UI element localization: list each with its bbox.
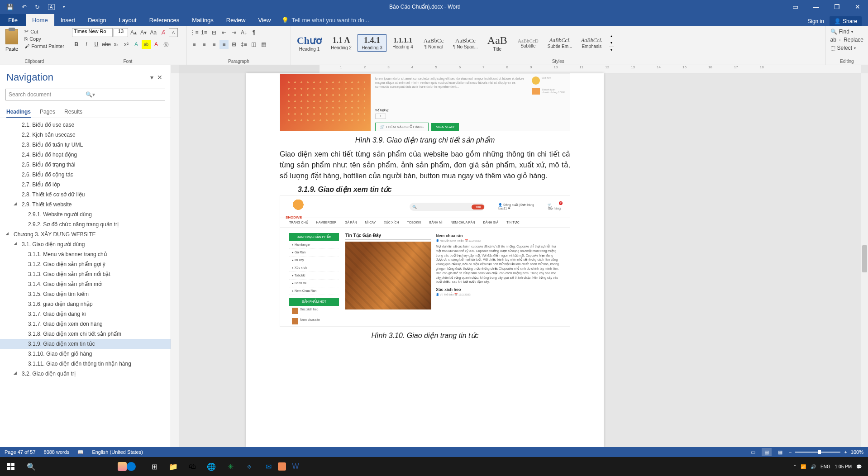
tab-references[interactable]: References	[143, 14, 186, 26]
font-color-icon[interactable]: A	[152, 40, 161, 49]
app-icon[interactable]	[278, 462, 286, 471]
style-subtitle[interactable]: AaBbCcDSubtitle	[514, 37, 543, 50]
select-button[interactable]: ⬚Select▾	[829, 44, 858, 52]
nav-heading-item[interactable]: 3.1.8. Giao diện xem chi tiết sản phẩm	[0, 329, 171, 339]
tray-time[interactable]: 1:05 PM	[835, 464, 852, 469]
notifications-icon[interactable]: 💬	[856, 464, 862, 469]
vscode-icon[interactable]: ⟐	[240, 457, 259, 476]
italic-button[interactable]: I	[82, 40, 91, 49]
align-center-icon[interactable]: ≡	[200, 40, 209, 49]
align-right-icon[interactable]: ≡	[210, 40, 219, 49]
font-family-select[interactable]: Times New Ro	[72, 28, 113, 37]
bullets-icon[interactable]: ⋮≡	[190, 28, 199, 37]
align-left-icon[interactable]: ≡	[190, 40, 199, 49]
store-icon[interactable]: 🛍	[183, 457, 202, 476]
nav-tab-results[interactable]: Results	[64, 107, 82, 118]
clear-format-icon[interactable]: A̸	[159, 28, 168, 37]
edge-icon[interactable]: 🌐	[202, 457, 221, 476]
styles-more-button[interactable]: ▴▾▾	[608, 33, 615, 53]
nav-heading-item[interactable]: 3.1.3. Giao diện sản phẩm nổi bật	[0, 269, 171, 279]
sign-in-link[interactable]: Sign in	[807, 18, 824, 24]
page-count[interactable]: Page 47 of 57	[5, 449, 36, 455]
start-button[interactable]	[0, 457, 22, 476]
tray-icon[interactable]: 🔊	[811, 464, 816, 469]
borders-icon[interactable]: ▦	[259, 40, 268, 49]
ribbon-display-icon[interactable]: ▭	[785, 0, 806, 14]
nav-heading-item[interactable]: 3.1.5. Giao diện tìm kiếm	[0, 289, 171, 299]
style-heading-3[interactable]: 1.4.1Heading 3	[358, 34, 386, 52]
tray-icon[interactable]: 📶	[801, 464, 806, 469]
paste-button[interactable]: Paste	[3, 28, 21, 52]
task-icon[interactable]	[118, 462, 127, 471]
nav-heading-item[interactable]: ◢Chương 3. XÂY DỰNG WEBSITE	[0, 229, 171, 239]
font-size-select[interactable]: 13	[114, 28, 128, 37]
save-icon[interactable]: 💾	[6, 4, 14, 10]
document-page[interactable]: lorem ipsum dolor sit amet consectetur a…	[246, 73, 604, 447]
share-button[interactable]: 👤Share	[830, 16, 862, 26]
nav-heading-item[interactable]: 2.1. Biểu đồ use case	[0, 120, 171, 130]
language-status[interactable]: English (United States)	[92, 449, 143, 455]
find-button[interactable]: 🔍Find▾	[829, 28, 855, 35]
style-heading-2[interactable]: 1.1 AHeading 2	[327, 34, 356, 52]
tab-file[interactable]: File	[0, 14, 26, 26]
numbering-icon[interactable]: 1≡	[200, 28, 209, 37]
highlight-icon[interactable]: ab	[142, 40, 151, 49]
decrease-indent-icon[interactable]: ⇤	[219, 28, 229, 37]
zoom-level[interactable]: 100%	[851, 449, 863, 455]
show-marks-icon[interactable]: ¶	[249, 28, 258, 37]
word-icon[interactable]: W	[286, 457, 305, 476]
nav-heading-item[interactable]: 2.9.2. Sơ đồ chức năng trang quản trị	[0, 219, 171, 229]
print-layout-icon[interactable]: ▤	[762, 448, 772, 456]
nav-heading-item[interactable]: 3.1.2. Giao diện sản phẩm gợi ý	[0, 259, 171, 269]
web-layout-icon[interactable]: ▦	[775, 448, 785, 456]
maximize-icon[interactable]: ❐	[826, 0, 847, 14]
tab-mailings[interactable]: Mailings	[186, 14, 220, 26]
nav-heading-item[interactable]: 3.1.6. giao diện đăng nhập	[0, 299, 171, 309]
nav-heading-item[interactable]: 2.2. Kịch bản usecase	[0, 130, 171, 140]
underline-button[interactable]: U	[92, 40, 101, 49]
tab-insert[interactable]: Insert	[54, 14, 82, 26]
sort-icon[interactable]: A↓	[239, 28, 248, 37]
line-spacing-icon[interactable]: ‡≡	[239, 40, 248, 49]
cut-button[interactable]: ✂Cut	[23, 28, 66, 35]
enclose-icon[interactable]: ㊛	[162, 40, 171, 49]
style---normal[interactable]: AaBbCc¶ Normal	[419, 36, 448, 51]
nav-heading-item[interactable]: 3.1.4. Giao diện sản phẩm mới	[0, 279, 171, 289]
spellcheck-icon[interactable]: 📖	[77, 449, 84, 455]
tray-lang[interactable]: ENG	[820, 464, 830, 469]
word-count[interactable]: 8088 words	[44, 449, 70, 455]
vertical-scrollbar[interactable]	[861, 73, 868, 447]
replace-button[interactable]: ab→Replace	[829, 36, 865, 43]
nav-heading-item[interactable]: ◢3.2. Giao diện quản trị	[0, 369, 171, 379]
text-effects-icon[interactable]: A	[132, 40, 141, 49]
bold-button[interactable]: B	[72, 40, 81, 49]
close-pane-icon[interactable]: ✕	[155, 74, 164, 81]
qat-customize-icon[interactable]: ▾	[63, 5, 65, 9]
increase-font-icon[interactable]: A▴	[129, 28, 138, 37]
nav-heading-item[interactable]: 3.1.7. Giao diện đăng kí	[0, 309, 171, 319]
copy-button[interactable]: ⎘Copy	[23, 36, 66, 42]
style-subtle-em---[interactable]: AaBbCcLSubtle Em...	[544, 36, 575, 50]
zoom-slider[interactable]	[795, 452, 840, 453]
nav-heading-item[interactable]: 2.9.1. Website người dùng	[0, 209, 171, 219]
close-icon[interactable]: ✕	[847, 0, 868, 14]
style---no-spac---[interactable]: AaBbCc¶ No Spac...	[450, 36, 481, 51]
format-painter-button[interactable]: 🖌Format Painter	[23, 43, 66, 49]
nav-heading-item[interactable]: 3.1.9. Giao diện xem tin tức	[0, 339, 171, 349]
shading-icon[interactable]: ◫	[249, 40, 258, 49]
touchmode-icon[interactable]: A	[48, 4, 55, 10]
nav-heading-item[interactable]: 3.1.10. Giao diện giỏ hàng	[0, 349, 171, 359]
redo-icon[interactable]: ↻	[35, 4, 40, 10]
nav-heading-item[interactable]: 2.3. Biểu đồ tuần tự UML	[0, 140, 171, 150]
horizontal-ruler[interactable]: 321123456789101112131415161718	[179, 65, 861, 73]
tab-design[interactable]: Design	[81, 14, 112, 26]
tab-layout[interactable]: Layout	[113, 14, 143, 26]
subscript-button[interactable]: x₂	[112, 40, 121, 49]
tab-view[interactable]: View	[252, 14, 277, 26]
style-heading-4[interactable]: 1.1.1.1Heading 4	[388, 35, 417, 51]
undo-icon[interactable]: ↶	[22, 4, 27, 10]
phonetic-icon[interactable]: A	[169, 28, 178, 37]
search-taskbar-icon[interactable]: 🔍	[22, 457, 41, 476]
nav-heading-item[interactable]: 3.1.7. Giao diện xem đơn hàng	[0, 319, 171, 329]
outlook-icon[interactable]: ✉	[259, 457, 278, 476]
